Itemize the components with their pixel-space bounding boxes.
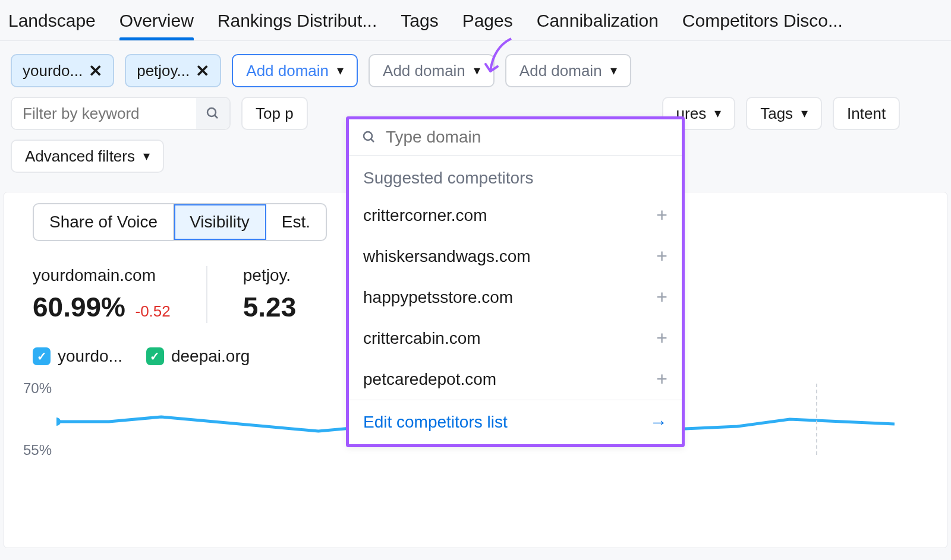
domain-chip-petjoy[interactable]: petjoy... ✕	[125, 54, 221, 87]
competitor-domain: happypetsstore.com	[363, 288, 513, 307]
metric-delta: -0.52	[135, 302, 170, 320]
legend-item-deepai[interactable]: ✓ deepai.org	[146, 347, 250, 366]
svg-point-3	[364, 132, 372, 140]
edit-competitors-link[interactable]: Edit competitors list →	[349, 400, 682, 444]
suggested-competitor[interactable]: crittercabin.com +	[349, 318, 682, 359]
tags-filter[interactable]: Tags ▾	[746, 97, 822, 130]
keyword-input[interactable]	[12, 98, 196, 129]
filter-label: Advanced filters	[25, 147, 135, 166]
chevron-down-icon: ▾	[714, 106, 721, 121]
svg-point-2	[56, 417, 61, 426]
y-tick: 70%	[23, 380, 52, 397]
chevron-down-icon: ▾	[610, 63, 617, 78]
domain-row: yourdo... ✕ petjoy... ✕ Add domain ▾ Add…	[11, 54, 940, 87]
competitor-domain: whiskersandwags.com	[363, 247, 531, 266]
footer-label: Edit competitors list	[363, 413, 508, 432]
tabs-bar: Landscape Overview Rankings Distribut...…	[0, 0, 951, 41]
top-filter[interactable]: Top p	[241, 97, 308, 130]
chevron-down-icon: ▾	[474, 63, 480, 78]
svg-line-4	[371, 139, 374, 142]
chip-label: petjoy...	[137, 62, 190, 80]
segment-est[interactable]: Est.	[266, 204, 326, 240]
filter-label: Tags	[760, 105, 793, 123]
plus-icon[interactable]: +	[656, 245, 667, 267]
chevron-down-icon: ▾	[337, 63, 344, 78]
legend-label: yourdo...	[58, 347, 122, 366]
competitor-domain: petcaredepot.com	[363, 370, 496, 389]
tab-cannibalization[interactable]: Cannibalization	[537, 11, 659, 40]
legend-label: deepai.org	[171, 347, 250, 366]
suggested-competitor[interactable]: crittercorner.com +	[349, 195, 682, 236]
plus-icon[interactable]: +	[656, 286, 667, 308]
domain-chip-yourdomain[interactable]: yourdo... ✕	[11, 54, 114, 87]
competitor-domain: crittercabin.com	[363, 329, 481, 348]
add-domain-dropdown[interactable]: Add domain ▾	[505, 54, 631, 87]
keyword-search[interactable]	[11, 97, 231, 130]
metric-yourdomain: yourdomain.com 60.99% -0.52	[33, 266, 206, 323]
metric-label: yourdomain.com	[33, 266, 171, 285]
svg-point-0	[207, 108, 216, 116]
competitor-domain: crittercorner.com	[363, 206, 487, 225]
popover-heading: Suggested competitors	[349, 156, 682, 195]
tab-overview[interactable]: Overview	[119, 11, 194, 40]
tab-tags[interactable]: Tags	[401, 11, 438, 40]
tab-rankings-distribution[interactable]: Rankings Distribut...	[218, 11, 377, 40]
segment-group: Share of Voice Visibility Est.	[33, 203, 327, 241]
advanced-filters-button[interactable]: Advanced filters ▾	[11, 140, 164, 173]
tab-pages[interactable]: Pages	[462, 11, 513, 40]
search-icon[interactable]	[196, 98, 229, 129]
arrow-right-icon: →	[650, 412, 667, 432]
metric-value: 60.99%	[33, 292, 125, 322]
add-domain-label: Add domain	[383, 62, 465, 80]
chart-reference-line	[816, 384, 817, 455]
chevron-down-icon: ▾	[801, 106, 808, 121]
segment-visibility[interactable]: Visibility	[174, 204, 266, 240]
metric-label: petjoy.	[243, 266, 297, 285]
metric-petjoy: petjoy. 5.23	[206, 266, 332, 323]
suggested-competitor[interactable]: whiskersandwags.com +	[349, 236, 682, 277]
y-tick: 55%	[23, 442, 52, 458]
popover-search-row	[349, 119, 682, 156]
legend-item-yourdomain[interactable]: ✓ yourdo...	[33, 347, 122, 366]
segment-share-of-voice[interactable]: Share of Voice	[34, 204, 174, 240]
checkbox-checked-icon[interactable]: ✓	[33, 347, 51, 365]
plus-icon[interactable]: +	[656, 204, 667, 226]
suggested-competitor[interactable]: happypetsstore.com +	[349, 277, 682, 318]
plus-icon[interactable]: +	[656, 327, 667, 349]
search-icon	[362, 129, 376, 145]
tab-landscape[interactable]: Landscape	[8, 11, 96, 40]
chip-label: yourdo...	[23, 62, 83, 80]
close-icon[interactable]: ✕	[196, 61, 209, 81]
add-domain-popover: Suggested competitors crittercorner.com …	[346, 116, 685, 447]
chevron-down-icon: ▾	[143, 148, 150, 164]
add-domain-dropdown[interactable]: Add domain ▾	[369, 54, 495, 87]
popover-domain-input[interactable]	[386, 128, 669, 147]
svg-line-1	[215, 115, 218, 118]
plus-icon[interactable]: +	[656, 368, 667, 390]
tab-competitors-discovery[interactable]: Competitors Disco...	[682, 11, 843, 40]
checkbox-checked-icon[interactable]: ✓	[146, 347, 164, 365]
metric-value: 5.23	[243, 292, 297, 322]
add-domain-label: Add domain	[519, 62, 602, 80]
suggested-competitor[interactable]: petcaredepot.com +	[349, 359, 682, 400]
filter-label: Top p	[256, 105, 294, 123]
filter-label: Intent	[847, 105, 886, 123]
close-icon[interactable]: ✕	[89, 61, 102, 81]
add-domain-label: Add domain	[246, 62, 329, 80]
add-domain-dropdown-open[interactable]: Add domain ▾	[232, 54, 358, 87]
intent-filter[interactable]: Intent	[833, 97, 900, 130]
